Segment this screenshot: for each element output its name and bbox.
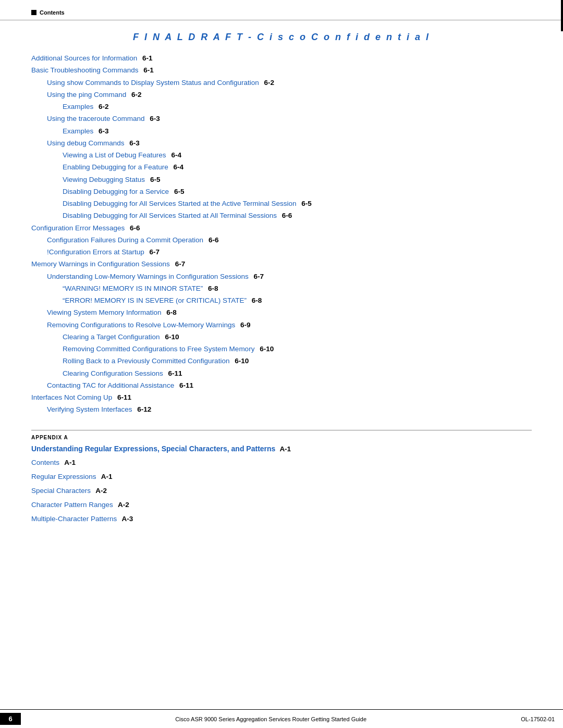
toc-number: 6-4 bbox=[169, 151, 181, 159]
toc-number: 6-4 bbox=[172, 163, 183, 171]
toc-row: Examples 6-2 bbox=[31, 102, 532, 112]
toc-link[interactable]: !Configuration Errors at Startup bbox=[47, 248, 144, 256]
toc-link[interactable]: Examples bbox=[63, 127, 93, 135]
toc-row: Viewing a List of Debug Features 6-4 bbox=[31, 150, 532, 161]
toc-row: Removing Configurations to Resolve Low-M… bbox=[31, 320, 532, 330]
toc-link[interactable]: Contacting TAC for Additional Assistance bbox=[47, 381, 174, 389]
toc-link[interactable]: Disabling Debugging for All Services Sta… bbox=[63, 200, 297, 207]
toc-number: 6-2 bbox=[129, 91, 141, 98]
toc-row: Verifying System Interfaces 6-12 bbox=[31, 404, 532, 415]
toc-section: Additional Sources for Information 6-1Ba… bbox=[0, 53, 563, 415]
toc-number: 6-3 bbox=[128, 139, 140, 147]
toc-number: 6-2 bbox=[262, 79, 274, 87]
appendix-item-link[interactable]: Contents bbox=[31, 459, 59, 466]
toc-number: 6-6 bbox=[280, 212, 292, 219]
toc-link[interactable]: Disabling Debugging for a Service bbox=[63, 188, 169, 195]
toc-number: 6-7 bbox=[148, 248, 160, 256]
toc-number: 6-5 bbox=[300, 200, 312, 207]
toc-link[interactable]: Rolling Back to a Previously Committed C… bbox=[63, 357, 229, 365]
toc-row: Using the traceroute Command 6-3 bbox=[31, 114, 532, 124]
appendix-item: Special Characters A-2 bbox=[31, 484, 532, 497]
appendix-item: Regular Expressions A-1 bbox=[31, 470, 532, 483]
toc-number: 6-3 bbox=[148, 115, 160, 122]
toc-link[interactable]: Configuration Error Messages bbox=[31, 224, 125, 232]
toc-number: 6-5 bbox=[148, 176, 160, 183]
toc-link[interactable]: Viewing Debugging Status bbox=[63, 176, 145, 183]
toc-link[interactable]: Interfaces Not Coming Up bbox=[31, 393, 112, 401]
appendix-title-number: A-1 bbox=[279, 445, 291, 453]
toc-link[interactable]: Disabling Debugging for All Services Sta… bbox=[63, 212, 277, 219]
toc-link[interactable]: “ERROR! MEMORY IS IN SEVERE (or CRITICAL… bbox=[63, 297, 247, 304]
toc-row: Basic Troubleshooting Commands 6-1 bbox=[31, 65, 532, 76]
toc-link[interactable]: Enabling Debugging for a Feature bbox=[63, 163, 168, 171]
appendix-label: APPENDIX A bbox=[31, 435, 532, 440]
appendix-item-number: A-1 bbox=[63, 459, 76, 466]
toc-number: 6-8 bbox=[206, 285, 218, 292]
appendix-item-link[interactable]: Character Pattern Ranges bbox=[31, 501, 113, 509]
toc-link[interactable]: Using show Commands to Display System St… bbox=[47, 79, 259, 87]
toc-link[interactable]: Verifying System Interfaces bbox=[47, 405, 132, 413]
toc-number: 6-11 bbox=[177, 381, 193, 389]
appendix-title-link[interactable]: Understanding Regular Expressions, Speci… bbox=[31, 445, 275, 453]
toc-row: Removing Committed Configurations to Fre… bbox=[31, 344, 532, 354]
watermark-title: F I N A L D R A F T - C i s c o C o n f … bbox=[31, 32, 532, 43]
toc-number: 6-1 bbox=[142, 66, 154, 74]
toc-row: “WARNING! MEMORY IS IN MINOR STATE” 6-8 bbox=[31, 283, 532, 294]
toc-row: Understanding Low-Memory Warnings in Con… bbox=[31, 272, 532, 282]
toc-row: “ERROR! MEMORY IS IN SEVERE (or CRITICAL… bbox=[31, 295, 532, 306]
toc-number: 6-9 bbox=[238, 321, 250, 329]
toc-number: 6-10 bbox=[258, 345, 274, 353]
appendix-item-link[interactable]: Special Characters bbox=[31, 487, 91, 495]
toc-link[interactable]: Clearing Configuration Sessions bbox=[63, 369, 163, 377]
toc-row: Interfaces Not Coming Up 6-11 bbox=[31, 392, 532, 403]
toc-number: 6-12 bbox=[136, 405, 152, 413]
toc-link[interactable]: Removing Configurations to Resolve Low-M… bbox=[47, 321, 235, 329]
toc-row: Using debug Commands 6-3 bbox=[31, 138, 532, 149]
toc-link[interactable]: Additional Sources for Information bbox=[31, 54, 137, 62]
page-number: 6 bbox=[0, 713, 21, 725]
toc-items: Additional Sources for Information 6-1Ba… bbox=[31, 53, 532, 415]
toc-link[interactable]: Viewing a List of Debug Features bbox=[63, 151, 166, 159]
toc-link[interactable]: Understanding Low-Memory Warnings in Con… bbox=[47, 273, 249, 280]
toc-row: Disabling Debugging for All Services Sta… bbox=[31, 211, 532, 221]
toc-number: 6-6 bbox=[128, 224, 140, 232]
appendix-title-row: Understanding Regular Expressions, Speci… bbox=[31, 445, 532, 453]
appendix-item: Character Pattern Ranges A-2 bbox=[31, 498, 532, 511]
toc-link[interactable]: “WARNING! MEMORY IS IN MINOR STATE” bbox=[63, 285, 203, 292]
toc-link[interactable]: Using the ping Command bbox=[47, 91, 126, 98]
appendix-item-number: A-2 bbox=[94, 487, 107, 495]
page-footer: 6 Cisco ASR 9000 Series Aggregation Serv… bbox=[0, 709, 563, 728]
toc-link[interactable]: Viewing System Memory Information bbox=[47, 309, 162, 316]
toc-row: !Configuration Errors at Startup 6-7 bbox=[31, 247, 532, 257]
toc-number: 6-10 bbox=[163, 333, 179, 341]
toc-row: Clearing Configuration Sessions 6-11 bbox=[31, 368, 532, 379]
toc-link[interactable]: Clearing a Target Configuration bbox=[63, 333, 160, 341]
toc-link[interactable]: Basic Troubleshooting Commands bbox=[31, 66, 139, 74]
page-header: Contents bbox=[0, 0, 563, 20]
toc-row: Contacting TAC for Additional Assistance… bbox=[31, 380, 532, 391]
toc-link[interactable]: Examples bbox=[63, 103, 93, 110]
header-label: Contents bbox=[40, 9, 65, 16]
footer-right-text: OL-17502-01 bbox=[521, 716, 563, 722]
toc-number: 6-1 bbox=[140, 54, 152, 62]
toc-row: Examples 6-3 bbox=[31, 126, 532, 137]
toc-row: Clearing a Target Configuration 6-10 bbox=[31, 332, 532, 342]
toc-link[interactable]: Using the traceroute Command bbox=[47, 115, 145, 122]
toc-link[interactable]: Using debug Commands bbox=[47, 139, 125, 147]
page-container: Contents F I N A L D R A F T - C i s c o… bbox=[0, 0, 563, 728]
appendix-item: Multiple-Character Patterns A-3 bbox=[31, 512, 532, 525]
toc-row: Using the ping Command 6-2 bbox=[31, 90, 532, 100]
toc-row: Viewing System Memory Information 6-8 bbox=[31, 307, 532, 318]
appendix-item: Contents A-1 bbox=[31, 456, 532, 468]
toc-link[interactable]: Memory Warnings in Configuration Session… bbox=[31, 260, 170, 268]
toc-row: Rolling Back to a Previously Committed C… bbox=[31, 356, 532, 366]
header-icon bbox=[31, 10, 36, 15]
appendix-item-number: A-2 bbox=[116, 501, 129, 509]
toc-link[interactable]: Configuration Failures During a Commit O… bbox=[47, 236, 203, 244]
appendix-item-link[interactable]: Multiple-Character Patterns bbox=[31, 515, 117, 523]
toc-row: Enabling Debugging for a Feature 6-4 bbox=[31, 162, 532, 172]
toc-number: 6-8 bbox=[250, 297, 262, 304]
toc-row: Disabling Debugging for All Services Sta… bbox=[31, 199, 532, 209]
toc-link[interactable]: Removing Committed Configurations to Fre… bbox=[63, 345, 254, 353]
appendix-item-link[interactable]: Regular Expressions bbox=[31, 473, 96, 480]
